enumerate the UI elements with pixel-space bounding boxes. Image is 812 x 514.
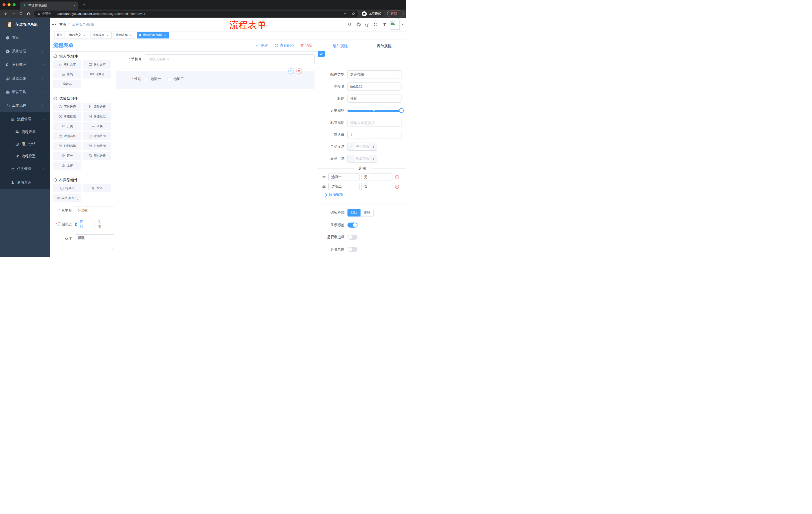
palette-item-password[interactable]: 密码 xyxy=(53,70,81,78)
sidebar-item-user-group[interactable]: 用户分组 xyxy=(0,138,50,150)
text-size-icon[interactable]: TT xyxy=(382,22,385,27)
chrome-caret-icon[interactable]: ▾ xyxy=(398,17,399,20)
browser-menu-kebab-icon[interactable]: ⋮ xyxy=(399,12,402,16)
tag-close-icon[interactable]: × xyxy=(82,33,86,37)
tag-process-form-edit[interactable]: 流程表单-编辑 × xyxy=(137,32,169,38)
grid-slider[interactable] xyxy=(347,110,402,112)
palette-item-time-range[interactable]: 时间范围 xyxy=(83,132,111,140)
tab-close-icon[interactable]: × xyxy=(73,3,76,7)
title-input[interactable] xyxy=(347,94,402,103)
option-label-input[interactable] xyxy=(328,173,359,181)
hamburger-icon[interactable] xyxy=(52,22,56,27)
sidebar-item-task-manage[interactable]: 任务管理 xyxy=(0,162,50,176)
checkbox[interactable] xyxy=(168,77,171,81)
palette-item-counter[interactable]: 123计数器 xyxy=(83,70,111,78)
close-window-button[interactable] xyxy=(2,3,5,6)
style-default-button[interactable]: 默认 xyxy=(347,209,360,217)
bookmark-star-icon[interactable] xyxy=(351,12,355,16)
stepper-minus-button[interactable]: − xyxy=(348,155,355,162)
browser-tab[interactable]: 芋道管理系统 × xyxy=(20,1,78,9)
palette-item-color[interactable]: 颜色选择 xyxy=(83,152,111,160)
label-width-input[interactable] xyxy=(347,119,402,127)
max-select-input[interactable] xyxy=(355,155,370,162)
option-value-input[interactable] xyxy=(361,173,393,181)
palette-item-switch[interactable]: 开关 xyxy=(53,122,81,131)
default-value-input[interactable] xyxy=(347,131,402,139)
stepper-minus-button[interactable]: − xyxy=(348,143,355,151)
palette-item-date-range[interactable]: 日期范围 xyxy=(83,142,111,150)
option-value-input[interactable] xyxy=(361,183,393,190)
back-icon[interactable] xyxy=(2,10,9,17)
tag-process-model[interactable]: 流程模型 × xyxy=(90,32,112,38)
tab-form-props[interactable]: 表单属性 xyxy=(362,39,406,53)
tag-close-icon[interactable]: × xyxy=(129,33,133,37)
remove-option-icon[interactable] xyxy=(395,184,400,189)
palette-item-radio-group[interactable]: 单选框组 xyxy=(53,112,81,121)
sidebar-item-system[interactable]: 系统管理 xyxy=(0,45,50,58)
show-label-toggle[interactable] xyxy=(347,222,357,227)
sidebar-item-process-form[interactable]: 流程表单 xyxy=(0,126,50,138)
radio-status-on[interactable]: 开启 xyxy=(75,220,84,229)
sidebar-item-workflow[interactable]: 工作流程 xyxy=(0,99,50,112)
palette-item-checkbox-group[interactable]: 多选框组 xyxy=(83,112,111,121)
canvas-field-gender-selected[interactable]: *性别 选项一 选项二 xyxy=(116,71,315,89)
tag-close-icon[interactable]: × xyxy=(106,33,109,37)
fullscreen-icon[interactable] xyxy=(374,22,378,27)
palette-item-date[interactable]: 日期选择 xyxy=(53,142,81,150)
forward-icon[interactable] xyxy=(10,10,17,17)
clear-button[interactable]: 清空 xyxy=(300,43,313,48)
min-select-input[interactable] xyxy=(355,143,370,151)
palette-item-button[interactable]: 按钮 xyxy=(83,184,111,192)
drag-handle-icon[interactable] xyxy=(322,175,326,179)
home-icon[interactable] xyxy=(25,10,32,17)
copy-component-button[interactable] xyxy=(288,68,294,74)
field-name-input[interactable] xyxy=(347,82,402,90)
tab-component-props[interactable]: 组件属性 xyxy=(318,39,362,53)
sidebar-item-infra[interactable]: 基础设施 xyxy=(0,72,50,85)
github-icon[interactable] xyxy=(356,22,361,27)
app-logo[interactable]: 芋道管理系统 xyxy=(0,18,50,31)
sidebar-item-process-manage[interactable]: 流程管理 xyxy=(0,112,50,126)
password-manager-icon[interactable] xyxy=(344,12,347,16)
save-button[interactable]: 保存 xyxy=(256,43,268,48)
gender-option-1[interactable]: 选项一 xyxy=(145,77,161,81)
palette-item-cascader[interactable]: 级联选择 xyxy=(83,103,111,111)
canvas-field-phone[interactable]: *手机号 xyxy=(116,54,315,64)
view-json-button[interactable]: 查看json xyxy=(274,43,294,48)
sidebar-item-leave-query[interactable]: 请假查询 xyxy=(0,176,50,189)
form-canvas[interactable]: *手机号 *性别 选项一 xyxy=(114,52,318,257)
radio-status-off[interactable]: 关闭 xyxy=(93,220,103,229)
palette-item-time[interactable]: 时间选择 xyxy=(53,132,81,140)
palette-item-slider[interactable]: 滑块 xyxy=(83,122,111,131)
stepper-plus-button[interactable]: + xyxy=(370,143,377,151)
palette-item-upload[interactable]: 上传 xyxy=(53,161,81,170)
disabled-toggle[interactable] xyxy=(347,247,357,252)
component-type-select[interactable] xyxy=(347,71,402,78)
checkbox[interactable] xyxy=(145,77,148,81)
style-button-button[interactable]: 按钮 xyxy=(360,209,374,217)
breadcrumb-home[interactable]: 首页 xyxy=(59,22,66,27)
add-option-button[interactable]: 添加选项 xyxy=(323,193,343,197)
tag-process-form[interactable]: 流程表单 × xyxy=(114,32,135,38)
remove-option-icon[interactable] xyxy=(395,175,400,180)
palette-item-multi-line[interactable]: 多行文本 xyxy=(83,60,111,69)
slider-handle[interactable] xyxy=(399,108,404,113)
sidebar-item-devtools[interactable]: 研发工具 xyxy=(0,85,50,99)
avatar-caret-icon[interactable]: ▾ xyxy=(402,23,404,26)
palette-item-single-line[interactable]: 单行文本 xyxy=(53,60,81,69)
delete-component-button[interactable] xyxy=(296,68,302,74)
phone-field-input[interactable] xyxy=(145,54,315,64)
palette-item-select[interactable]: 下拉选择 xyxy=(53,103,81,111)
sidebar-item-home[interactable]: 首页 xyxy=(0,31,50,45)
search-icon[interactable] xyxy=(348,22,352,27)
maximize-window-button[interactable] xyxy=(12,3,16,6)
component-type-value[interactable] xyxy=(347,71,402,78)
drag-handle-icon[interactable] xyxy=(322,185,326,189)
stepper-plus-button[interactable]: + xyxy=(370,155,377,162)
avatar[interactable] xyxy=(390,20,400,30)
not-secure-label[interactable]: 不安全 xyxy=(42,11,52,16)
palette-item-editor[interactable]: 编辑器 xyxy=(53,80,81,88)
reload-icon[interactable] xyxy=(18,10,24,17)
palette-item-rate[interactable]: 评分 xyxy=(53,152,81,160)
minimize-window-button[interactable] xyxy=(7,3,10,6)
